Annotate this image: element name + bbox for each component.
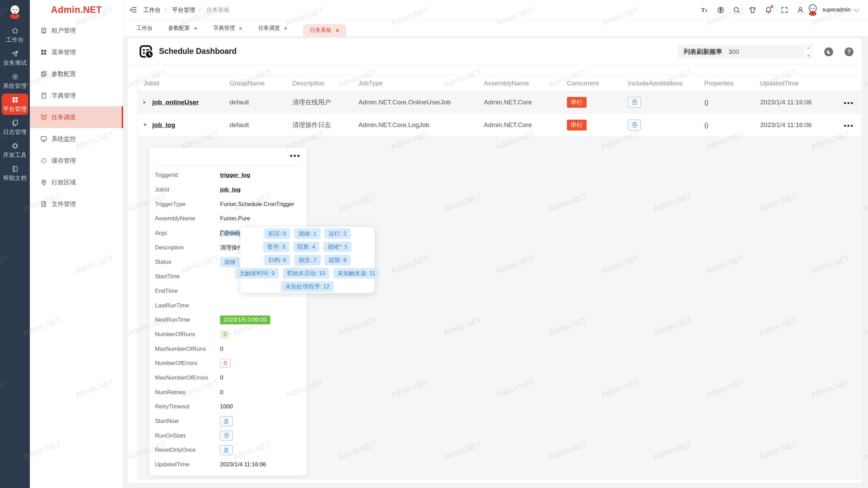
- row-expander-icon[interactable]: [143, 124, 152, 126]
- help-button[interactable]: ?: [845, 47, 853, 56]
- header-action-glyph: [733, 6, 741, 14]
- breadcrumb-item[interactable]: 平台管理: [172, 7, 195, 13]
- cell-assemblyname: Admin.NET.Core: [478, 121, 561, 129]
- detail-field-row: NumberOfRuns 0: [155, 327, 303, 342]
- detail-field-row: NumberOfErrors 0: [155, 356, 303, 371]
- col-assemblyname: AssemblyName: [478, 80, 561, 87]
- rail-nav-item[interactable]: 业务测试: [2, 47, 28, 69]
- chevron-down-icon: [854, 6, 860, 12]
- tab-close-icon[interactable]: ✕: [283, 26, 288, 31]
- status-legend-badge: 崩溃: 7: [294, 255, 320, 265]
- header-action-icon[interactable]: TT: [701, 6, 709, 14]
- cell-actions: ●●●: [836, 99, 861, 106]
- detail-field-label: MaxNumberOfRuns: [155, 346, 220, 352]
- detail-field-value: 否: [220, 431, 233, 441]
- detail-more-button[interactable]: ●●●: [290, 152, 300, 158]
- row-expander-icon[interactable]: [143, 101, 152, 104]
- sidebar-collapse-icon[interactable]: [129, 6, 137, 14]
- sidebar-item-label: 任务调度: [52, 113, 76, 121]
- detail-field-value: job_log: [220, 186, 240, 193]
- page-tab[interactable]: 字典管理 ✕: [213, 25, 243, 32]
- breadcrumb-separator: /: [199, 7, 201, 13]
- detail-field-value: 0: [220, 346, 223, 352]
- breadcrumb-segment: 工作台: [143, 6, 161, 14]
- rail-nav-item[interactable]: 开发工具: [2, 140, 28, 161]
- detail-field-value: 0: [220, 330, 230, 339]
- sidebar-nav-item[interactable]: 字典管理: [30, 85, 123, 106]
- tab-close-icon[interactable]: ✕: [239, 26, 243, 31]
- sidebar-nav-item[interactable]: 参数配置: [30, 63, 123, 85]
- job-id-link[interactable]: job_log: [152, 121, 175, 129]
- detail-field-row: TriggerId trigger_log: [155, 168, 303, 183]
- stepper-down-button[interactable]: [805, 52, 812, 58]
- breadcrumb-item[interactable]: 工作台: [143, 7, 161, 13]
- cell-assemblyname: Admin.NET.Core: [478, 99, 561, 106]
- sidebar-item-label: 缓存管理: [52, 157, 76, 165]
- page-tab[interactable]: 任务调度 ✕: [258, 25, 288, 32]
- sidebar-nav-item[interactable]: 租户管理: [30, 20, 123, 41]
- svg-text:T: T: [705, 8, 708, 12]
- detail-field-row: StartNow 是: [155, 414, 303, 429]
- header-action-icon[interactable]: [796, 6, 804, 14]
- header-action-icon[interactable]: [733, 6, 741, 14]
- notification-badge: [770, 5, 773, 8]
- rail-nav-item[interactable]: 帮助文档: [2, 163, 28, 184]
- sidebar-nav-item[interactable]: 任务调度: [30, 106, 123, 128]
- detail-field-label: TriggerType: [155, 201, 220, 208]
- detail-field-label: StartNow: [155, 418, 220, 425]
- status-legend-badge: 无触发时间: 9: [235, 268, 279, 279]
- row-more-button[interactable]: ●●●: [844, 100, 854, 105]
- rail-nav-item[interactable]: 日志管理: [2, 117, 28, 138]
- rail-nav-item[interactable]: 平台管理: [2, 94, 28, 115]
- top-header: 工作台 / 平台管理 / 任务看板 TT: [123, 0, 868, 20]
- stepper-up-button[interactable]: [805, 45, 812, 52]
- concurrent-tag: 串行: [567, 120, 587, 130]
- sidebar-item-icon: [40, 157, 47, 164]
- job-id-link[interactable]: job_onlineUser: [152, 99, 199, 106]
- page-tab[interactable]: 参数配置 ✕: [168, 25, 198, 32]
- rail-nav-item[interactable]: 系统管理: [2, 70, 28, 92]
- tab-label: 任务调度: [258, 25, 280, 32]
- job-table-row[interactable]: job_log default 清理操作日志 Admin.NET.Core.Lo…: [138, 114, 861, 136]
- tab-close-icon[interactable]: ✕: [194, 26, 198, 31]
- status-legend-row: 无触发时间: 9初始未启动: 10未知触发器: 11: [240, 268, 374, 279]
- col-jobid: JobId: [138, 80, 224, 87]
- sidebar-item-icon: [40, 114, 47, 121]
- sidebar-nav-item[interactable]: 系统监控: [30, 128, 123, 150]
- breadcrumb-item[interactable]: 任务看板: [206, 7, 230, 13]
- sidebar-nav-item[interactable]: 文件管理: [30, 193, 123, 215]
- page-tab[interactable]: 任务看板 ✕: [303, 24, 346, 37]
- sidebar-nav-item[interactable]: 缓存管理: [30, 150, 123, 171]
- tab-close-icon[interactable]: ✕: [335, 28, 339, 33]
- header-actions: TT: [701, 6, 804, 14]
- col-jobtype: JobType: [353, 80, 478, 87]
- row-more-button[interactable]: ●●●: [844, 123, 854, 128]
- status-legend-badge: 超限: 8: [324, 255, 351, 265]
- user-menu[interactable]: superadmin: [806, 3, 858, 16]
- detail-field-label: ResetOnlyOnce: [155, 447, 220, 453]
- header-action-icon[interactable]: [717, 6, 725, 14]
- header-action-icon[interactable]: [781, 6, 788, 14]
- job-table-row[interactable]: job_onlineUser default 清理在线用户 Admin.NET.…: [138, 91, 861, 114]
- cell-properties: {}: [699, 121, 755, 129]
- rail-item-label: 开发工具: [3, 151, 27, 159]
- detail-field-label: JobId: [155, 186, 220, 193]
- table-body: job_onlineUser default 清理在线用户 Admin.NET.…: [138, 91, 861, 136]
- page-tab[interactable]: 工作台: [136, 25, 153, 32]
- refresh-rate-stepper: [805, 45, 812, 59]
- breadcrumb-segment: / 任务看板: [195, 6, 229, 14]
- app-logo[interactable]: [7, 3, 23, 20]
- header-action-icon[interactable]: [749, 6, 756, 14]
- sidebar-nav-item[interactable]: 菜单管理: [30, 41, 123, 63]
- status-legend-row: 未知处理程序: 12: [240, 281, 374, 292]
- detail-field-label: Description: [155, 244, 220, 251]
- sidebar-nav-item[interactable]: 行政区域: [30, 171, 123, 193]
- refresh-rate-input[interactable]: 列表刷新频率 300: [678, 45, 803, 59]
- detail-field-row: MaxNumberOfRuns 0: [155, 342, 303, 356]
- include-annotations-tag: 否: [628, 97, 641, 108]
- status-legend-badge: 积压: 0: [264, 228, 290, 239]
- trigger-detail-card: ●●● TriggerId trigger_log JobId job_log …: [149, 147, 307, 476]
- rail-nav-item[interactable]: 工作台: [2, 24, 28, 46]
- pause-refresh-button[interactable]: [824, 47, 833, 56]
- header-action-icon[interactable]: [765, 6, 772, 14]
